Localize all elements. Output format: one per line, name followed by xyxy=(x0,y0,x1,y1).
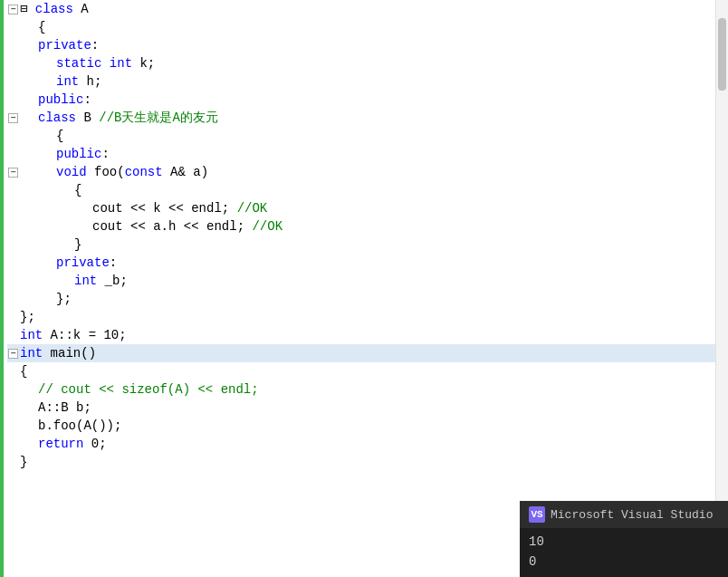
code-token: A::B b; xyxy=(38,399,91,417)
code-token: { xyxy=(74,181,81,199)
code-token: << a.h << endl; xyxy=(123,217,253,236)
editor-area: −⊟ class A{private:static int k;int h;pu… xyxy=(0,0,728,577)
code-line: cout << k << endl; //OK xyxy=(7,199,715,217)
vs-icon: VS xyxy=(529,506,545,523)
code-token: : xyxy=(110,254,117,272)
code-token xyxy=(101,54,109,72)
fold-indicator[interactable]: − xyxy=(8,5,18,14)
code-line: } xyxy=(7,453,715,471)
code-token: // cout << sizeof(A) << endl; xyxy=(38,380,259,399)
code-token: int xyxy=(56,72,79,91)
output-line: 0 xyxy=(529,552,719,572)
code-line: int _b; xyxy=(7,272,715,290)
code-token: k; xyxy=(132,54,155,72)
code-line: −int main() xyxy=(7,344,715,362)
output-line: 10 xyxy=(529,532,719,552)
fold-indicator[interactable]: − xyxy=(8,168,18,178)
code-token: class xyxy=(38,109,76,127)
code-token: { xyxy=(20,362,27,380)
code-line: { xyxy=(7,362,715,380)
code-token: private xyxy=(56,254,110,272)
code-token: void xyxy=(56,163,87,181)
code-token: b.foo(A()); xyxy=(38,417,121,435)
vs-notification-popup[interactable]: VS Microsoft Visual Studio 100 xyxy=(520,501,728,577)
code-line: }; xyxy=(7,290,715,308)
code-line: return 0; xyxy=(7,435,715,453)
code-token: int xyxy=(74,272,97,290)
code-line: b.foo(A()); xyxy=(7,417,715,435)
code-line: public: xyxy=(7,145,715,163)
code-token: public xyxy=(56,145,101,163)
code-line: { xyxy=(7,18,715,36)
code-token: { xyxy=(56,127,63,145)
code-line: −⊟ class A xyxy=(7,0,715,18)
code-token: //B天生就是A的友元 xyxy=(99,109,218,127)
fold-indicator[interactable]: − xyxy=(8,349,18,359)
code-line: cout << a.h << endl; //OK xyxy=(7,217,715,236)
code-token: } xyxy=(20,453,27,471)
code-line: private: xyxy=(7,36,715,54)
code-line: int h; xyxy=(7,72,715,91)
code-content[interactable]: −⊟ class A{private:static int k;int h;pu… xyxy=(4,0,715,577)
code-token: 0; xyxy=(83,435,106,453)
code-token: } xyxy=(74,236,81,254)
code-token: int xyxy=(110,54,132,72)
code-line: private: xyxy=(7,254,715,272)
code-token: A& a) xyxy=(163,163,208,181)
code-token: int xyxy=(20,344,43,362)
scrollbar[interactable] xyxy=(715,0,728,577)
fold-indicator[interactable]: − xyxy=(8,113,18,123)
code-token: _b; xyxy=(97,272,128,290)
code-token: B xyxy=(76,109,99,127)
code-line: A::B b; xyxy=(7,399,715,417)
code-line: int A::k = 10; xyxy=(7,326,715,344)
code-token: //OK xyxy=(252,217,283,236)
code-token: }; xyxy=(20,308,35,326)
code-line: { xyxy=(7,181,715,199)
code-token: private xyxy=(38,36,91,54)
code-token: const xyxy=(125,163,163,181)
code-token: A xyxy=(73,0,89,18)
scrollbar-thumb[interactable] xyxy=(718,18,726,91)
code-token: main() xyxy=(43,344,96,362)
code-token: return xyxy=(38,435,83,453)
code-line: // cout << sizeof(A) << endl; xyxy=(7,380,715,399)
code-line: −void foo(const A& a) xyxy=(7,163,715,181)
code-line: } xyxy=(7,236,715,254)
code-line: static int k; xyxy=(7,54,715,72)
code-token: : xyxy=(101,145,109,163)
code-token: cout xyxy=(92,217,123,236)
code-line: }; xyxy=(7,308,715,326)
code-token: static xyxy=(56,54,101,72)
code-token: cout xyxy=(92,199,123,217)
code-line: −class B //B天生就是A的友元 xyxy=(7,109,715,127)
code-token: << k << endl; xyxy=(123,199,237,217)
code-token: ⊟ xyxy=(20,0,35,18)
code-line: public: xyxy=(7,91,715,109)
code-token: A::k = 10; xyxy=(43,326,126,344)
code-token: : xyxy=(91,36,99,54)
code-token: foo( xyxy=(87,163,125,181)
code-token: { xyxy=(38,18,45,36)
code-token: class xyxy=(35,0,73,18)
code-token: public xyxy=(38,91,83,109)
vs-popup-title: Microsoft Visual Studio xyxy=(551,508,713,522)
vs-popup-header: VS Microsoft Visual Studio xyxy=(520,501,728,528)
code-token: h; xyxy=(79,72,101,91)
code-token: //OK xyxy=(237,199,268,217)
code-line: { xyxy=(7,127,715,145)
code-token: : xyxy=(83,91,91,109)
code-lines: −⊟ class A{private:static int k;int h;pu… xyxy=(7,0,715,471)
code-token: int xyxy=(20,326,43,344)
code-token: }; xyxy=(56,290,72,308)
vs-popup-content: 100 xyxy=(520,528,728,577)
